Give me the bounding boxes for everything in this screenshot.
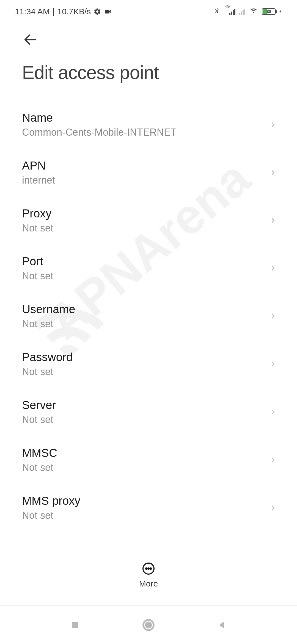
setting-value: Not set [22,222,53,234]
nav-bar [0,605,297,644]
chevron-right-icon [270,169,277,176]
back-button[interactable] [22,31,38,48]
setting-value: Not set [22,318,75,330]
charging-icon [278,8,282,15]
triangle-left-icon [217,620,227,630]
svg-point-7 [150,568,151,569]
battery-indicator: 38 [262,8,282,15]
status-right: 4G 38 [214,7,282,17]
arrow-left-icon [23,32,38,47]
setting-username[interactable]: Username Not set [0,292,297,340]
setting-label: MMSC [22,446,57,460]
setting-label: MMS proxy [22,494,80,507]
nav-back-button[interactable] [214,617,230,633]
bluetooth-icon [214,7,220,17]
setting-password[interactable]: Password Not set [0,340,297,388]
setting-value: Not set [22,366,73,378]
more-label: More [139,579,158,588]
nav-recent-button[interactable] [67,617,83,633]
square-icon [70,620,80,630]
chevron-right-icon [270,456,277,463]
svg-point-10 [145,621,152,628]
status-bar: 11:34 AM | 10.7KB/s 4G [0,0,297,23]
wifi-icon [249,7,258,16]
header: Edit access point [0,23,297,90]
status-time: 11:34 AM [15,7,50,16]
setting-apn[interactable]: APN internet [0,149,297,197]
chevron-right-icon [270,313,277,320]
svg-rect-8 [72,622,78,628]
setting-value: Not set [22,270,53,282]
chevron-right-icon [270,361,277,368]
signal-1-group: 4G [224,8,235,15]
setting-label: Server [22,399,56,412]
circle-icon [142,618,155,632]
bottom-action-bar: More [0,554,297,598]
setting-value: Common-Cents-Mobile-INTERNET [22,127,177,138]
camera-icon [104,8,112,15]
svg-rect-1 [276,10,277,13]
battery-level-text: 38 [267,9,271,14]
settings-list: Name Common-Cents-Mobile-INTERNET APN in… [0,90,297,532]
setting-value: Not set [22,414,56,425]
setting-value: Not set [22,510,80,521]
setting-port[interactable]: Port Not set [0,244,297,292]
setting-value: Not set [22,462,57,473]
signal-bars-icon [229,8,235,15]
setting-value: internet [22,174,55,186]
more-button[interactable] [142,562,155,575]
setting-label: Port [22,255,53,268]
svg-point-5 [145,568,147,569]
more-horizontal-icon [142,562,155,575]
nav-home-button[interactable] [140,617,157,633]
setting-label: Name [22,111,177,124]
chevron-right-icon [270,408,277,416]
setting-label: Password [22,351,73,364]
svg-point-6 [148,568,149,569]
setting-mmsc[interactable]: MMSC Not set [0,436,297,484]
chevron-right-icon [270,265,277,272]
signal-bars-secondary-icon [239,8,245,15]
chevron-right-icon [270,504,277,511]
status-net-speed: 10.7KB/s [57,7,91,16]
status-left: 11:34 AM | 10.7KB/s [15,7,112,16]
setting-label: Username [22,303,75,316]
setting-label: APN [22,159,55,172]
chevron-right-icon [270,121,277,128]
network-type-label: 4G [225,4,230,9]
setting-mms-proxy[interactable]: MMS proxy Not set [0,484,297,532]
setting-proxy[interactable]: Proxy Not set [0,197,297,244]
page-title: Edit access point [22,62,282,83]
setting-name[interactable]: Name Common-Cents-Mobile-INTERNET [0,101,297,149]
content-area: APNArena Edit access point Name Common-C… [0,23,297,561]
status-separator: | [53,7,55,16]
gear-icon [94,8,101,15]
setting-server[interactable]: Server Not set [0,388,297,436]
setting-label: Proxy [22,207,53,220]
chevron-right-icon [270,217,277,224]
